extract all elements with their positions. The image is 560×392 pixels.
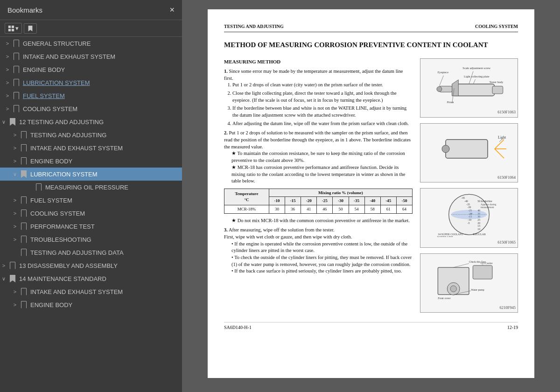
svg-text:O-I Cooler: O-I Cooler	[481, 262, 492, 265]
svg-marker-6	[452, 79, 459, 96]
step-1-substeps: Put 1 or 2 drops of clean water (city wa…	[224, 82, 413, 127]
label-13-disassembly: 13 DISASSEMBLY AND ASSEMBLY	[19, 262, 118, 269]
sidebar-item-cooling-system-2[interactable]: >COOLING SYSTEM	[0, 207, 182, 220]
diagram-4-label: 6210F945	[422, 305, 516, 311]
toggle-engine-body-3[interactable]: >	[11, 302, 19, 308]
sidebar-item-intake-exhaust-2[interactable]: >INTAKE AND EXHAUST SYSTEM	[0, 141, 182, 154]
sidebar-item-testing-adj[interactable]: >TESTING AND ADJUSTING	[0, 128, 182, 141]
bookmark-icon-fuel-system-1	[12, 92, 21, 99]
step-1-num: 1.	[224, 69, 228, 74]
star-1: To maintain the corrosion resistance, be…	[231, 150, 413, 164]
bookmark-button[interactable]	[24, 23, 37, 34]
toggle-lubrication-2[interactable]: ∨	[11, 171, 19, 177]
toggle-cooling-system-2[interactable]: >	[11, 210, 19, 216]
sidebar-item-engine-body-3[interactable]: >ENGINE BODY	[0, 298, 182, 311]
bookmark-icon-engine-body-1	[12, 66, 21, 73]
footer-right: 12-19	[507, 324, 518, 331]
step-3-num: 3.	[224, 227, 228, 232]
diagram-1: Eyepiece Scale adjustment screw Light co…	[420, 58, 518, 118]
diagram-2-label: 6150F1064	[422, 175, 516, 181]
svg-rect-0	[8, 25, 11, 28]
sidebar-item-measuring-oil[interactable]: MEASURING OIL PRESSURE	[0, 181, 182, 194]
svg-rect-1	[12, 25, 14, 28]
sidebar-item-lubrication-2[interactable]: ∨LUBRICATION SYSTEM	[0, 168, 182, 181]
svg-line-10	[439, 75, 443, 86]
label-lubrication-2: LUBRICATION SYSTEM	[30, 171, 98, 178]
page: TESTING AND ADJUSTING COOLING SYSTEM MET…	[208, 9, 534, 378]
label-testing-adj: TESTING AND ADJUSTING	[30, 132, 106, 139]
toggle-testing-adj[interactable]: >	[11, 132, 19, 138]
label-cooling-system-2: COOLING SYSTEM	[30, 210, 85, 217]
diagram-3-svg: -45 -40 -35 -30 -25 -20 -15 -10 -5 50 bo…	[422, 190, 516, 237]
toggle-engine-body-1[interactable]: >	[4, 67, 11, 72]
bookmark-icon-cooling-system-2	[20, 210, 28, 217]
footer-left: SA6D140-H-1	[224, 324, 252, 331]
bookmark-icon-fuel-system-2	[20, 196, 28, 204]
svg-text:Tester body: Tester body	[490, 80, 504, 84]
sidebar-item-engine-body-1[interactable]: >ENGINE BODY	[0, 63, 182, 76]
table-row: MCR-18% 30 36 41 46 50 54 58 61 64	[224, 205, 413, 214]
sidebar-item-intake-exhaust-1[interactable]: >INTAKE AND EXHAUST SYSTEM	[0, 50, 182, 63]
bookmark-icon-general-structure	[12, 40, 21, 47]
label-intake-exhaust-2: INTAKE AND EXHAUST SYSTEM	[30, 145, 123, 152]
expand-all-button[interactable]: ▾	[5, 23, 22, 34]
toggle-intake-exhaust-1[interactable]: >	[4, 54, 11, 59]
svg-point-46	[451, 210, 487, 219]
svg-rect-5	[492, 86, 503, 93]
label-measuring-oil: MEASURING OIL PRESSURE	[45, 184, 128, 191]
toggle-general-structure[interactable]: >	[4, 41, 11, 46]
label-fuel-system-2: FUEL SYSTEM	[30, 197, 72, 204]
sidebar-item-fuel-system-1[interactable]: >FUEL SYSTEM	[0, 89, 182, 102]
sidebar-item-lubrication-1[interactable]: >LUBRICATION SYSTEM	[0, 76, 182, 89]
sidebar-item-troubleshooting[interactable]: >TROUBLESHOOTING	[0, 233, 182, 246]
label-12-testing: 12 TESTING AND ADJUSTING	[19, 119, 104, 126]
sidebar-item-testing-data[interactable]: TESTING AND ADJUSTING DATA	[0, 246, 182, 259]
toggle-lubrication-1[interactable]: >	[4, 80, 11, 85]
toggle-troubleshooting[interactable]: >	[11, 237, 19, 242]
bookmark-icon-engine-body-3	[20, 301, 28, 308]
toggle-13-disassembly[interactable]: >	[0, 263, 7, 268]
svg-rect-53	[473, 266, 492, 279]
label-performance-test: PERFORMANCE TEST	[30, 223, 95, 230]
sidebar-item-13-disassembly[interactable]: >13 DISASSEMBLY AND ASSEMBLY	[0, 259, 182, 272]
header-left: TESTING AND ADJUSTING	[224, 23, 284, 30]
svg-point-52	[450, 286, 456, 292]
sidebar-item-fuel-system-2[interactable]: >FUEL SYSTEM	[0, 194, 182, 207]
bookmark-icon-intake-exhaust-1	[12, 53, 21, 60]
sidebar-item-engine-body-2[interactable]: >ENGINE BODY	[0, 154, 182, 168]
bookmark-open-icon-lubrication-2	[20, 170, 28, 178]
svg-text:15: 15	[477, 225, 480, 228]
page-content: MEASURING METHOD 1. Since some error may…	[224, 58, 518, 313]
sidebar-item-12-testing[interactable]: ∨12 TESTING AND ADJUSTING	[0, 115, 182, 128]
sidebar-item-performance-test[interactable]: >PERFORMANCE TEST	[0, 220, 182, 233]
toggle-14-maintenance[interactable]: ∨	[0, 276, 7, 282]
toggle-cooling-system-1[interactable]: >	[4, 106, 11, 112]
sidebar-item-intake-exhaust-3[interactable]: >INTAKE AND EXHAUST SYSTEM	[0, 285, 182, 298]
sidebar-item-general-structure[interactable]: >GENERAL STRUCTURE	[0, 37, 182, 50]
close-button[interactable]: ×	[169, 6, 175, 14]
step-3: 3. After measuring, wipe off the solutio…	[224, 227, 413, 275]
svg-line-14	[473, 79, 476, 84]
toggle-fuel-system-1[interactable]: >	[4, 93, 11, 98]
toggle-performance-test[interactable]: >	[11, 224, 19, 229]
label-testing-data: TESTING AND ADJUSTING DATA	[30, 249, 124, 256]
svg-text:Water pump: Water pump	[471, 288, 484, 291]
sidebar: Bookmarks × ▾ >GENERAL STRUCTURE>INTAKE …	[0, 0, 182, 392]
label-intake-exhaust-1: INTAKE AND EXHAUST SYSTEM	[23, 53, 115, 60]
grid-icon	[8, 25, 14, 32]
diagram-2-svg: Light	[422, 126, 516, 172]
toggle-12-testing[interactable]: ∨	[0, 119, 7, 125]
sidebar-item-14-maintenance[interactable]: ∨14 MAINTENANCE STANDARD	[0, 272, 182, 285]
sidebar-scroll[interactable]: >GENERAL STRUCTURE>INTAKE AND EXHAUST SY…	[0, 37, 182, 392]
sidebar-item-cooling-system-1[interactable]: >COOLING SYSTEM	[0, 102, 182, 115]
toggle-fuel-system-2[interactable]: >	[11, 197, 19, 203]
bookmark-icon-engine-body-2	[20, 157, 28, 165]
label-fuel-system-1: FUEL SYSTEM	[23, 92, 65, 99]
bookmark-icon-troubleshooting	[20, 236, 28, 243]
page-header: TESTING AND ADJUSTING COOLING SYSTEM	[224, 23, 518, 32]
toggle-intake-exhaust-3[interactable]: >	[11, 289, 19, 294]
toggle-intake-exhaust-2[interactable]: >	[11, 145, 19, 151]
toggle-engine-body-2[interactable]: >	[11, 158, 19, 164]
svg-line-20	[495, 140, 504, 149]
svg-rect-3	[12, 28, 14, 31]
